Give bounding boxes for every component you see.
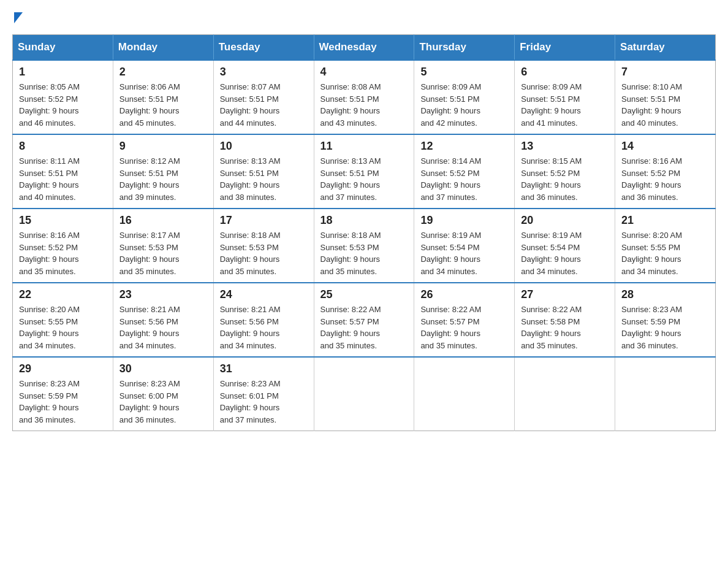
day-number: 24: [220, 288, 308, 301]
col-saturday: Saturday: [615, 35, 716, 61]
calendar-cell: 14 Sunrise: 8:16 AMSunset: 5:52 PMDaylig…: [615, 134, 716, 209]
day-number: 12: [420, 140, 508, 153]
day-number: 9: [119, 140, 207, 153]
calendar-cell: 11 Sunrise: 8:13 AMSunset: 5:51 PMDaylig…: [314, 134, 414, 209]
day-number: 11: [320, 140, 408, 153]
logo-general-text: [12, 12, 23, 22]
calendar-cell: 31 Sunrise: 8:23 AMSunset: 6:01 PMDaylig…: [213, 357, 314, 431]
day-info: Sunrise: 8:07 AMSunset: 5:51 PMDaylight:…: [220, 81, 308, 129]
day-number: 10: [220, 140, 308, 153]
day-info: Sunrise: 8:13 AMSunset: 5:51 PMDaylight:…: [220, 155, 308, 203]
day-number: 4: [320, 66, 408, 79]
day-info: Sunrise: 8:17 AMSunset: 5:53 PMDaylight:…: [119, 229, 207, 277]
day-info: Sunrise: 8:09 AMSunset: 5:51 PMDaylight:…: [420, 81, 508, 129]
calendar-cell: 3 Sunrise: 8:07 AMSunset: 5:51 PMDayligh…: [213, 60, 314, 134]
logo: [12, 12, 23, 22]
calendar-cell: 7 Sunrise: 8:10 AMSunset: 5:51 PMDayligh…: [615, 60, 716, 134]
calendar-cell: 28 Sunrise: 8:23 AMSunset: 5:59 PMDaylig…: [615, 283, 716, 357]
day-number: 3: [220, 66, 308, 79]
calendar-cell: 19 Sunrise: 8:19 AMSunset: 5:54 PMDaylig…: [414, 209, 515, 283]
calendar-week-2: 8 Sunrise: 8:11 AMSunset: 5:51 PMDayligh…: [13, 134, 716, 209]
day-number: 21: [621, 214, 709, 227]
day-number: 8: [19, 140, 107, 153]
day-number: 29: [19, 362, 107, 375]
calendar-cell: 20 Sunrise: 8:19 AMSunset: 5:54 PMDaylig…: [515, 209, 615, 283]
calendar-week-1: 1 Sunrise: 8:05 AMSunset: 5:52 PMDayligh…: [13, 60, 716, 134]
col-monday: Monday: [113, 35, 213, 61]
day-number: 15: [19, 214, 107, 227]
day-number: 22: [19, 288, 107, 301]
day-info: Sunrise: 8:21 AMSunset: 5:56 PMDaylight:…: [220, 304, 308, 351]
day-number: 23: [119, 288, 207, 301]
calendar-cell: 25 Sunrise: 8:22 AMSunset: 5:57 PMDaylig…: [314, 283, 414, 357]
day-number: 1: [19, 66, 107, 79]
day-number: 20: [521, 214, 609, 227]
calendar-cell: 6 Sunrise: 8:09 AMSunset: 5:51 PMDayligh…: [515, 60, 615, 134]
day-number: 30: [119, 362, 207, 375]
day-info: Sunrise: 8:19 AMSunset: 5:54 PMDaylight:…: [420, 229, 508, 277]
day-info: Sunrise: 8:23 AMSunset: 6:00 PMDaylight:…: [119, 378, 207, 426]
day-number: 27: [521, 288, 609, 301]
calendar-cell: 22 Sunrise: 8:20 AMSunset: 5:55 PMDaylig…: [13, 283, 113, 357]
page-header: [12, 12, 716, 22]
calendar-cell: 27 Sunrise: 8:22 AMSunset: 5:58 PMDaylig…: [515, 283, 615, 357]
day-number: 18: [320, 214, 408, 227]
day-number: 13: [521, 140, 609, 153]
day-info: Sunrise: 8:13 AMSunset: 5:51 PMDaylight:…: [320, 155, 408, 203]
day-number: 26: [420, 288, 508, 301]
day-number: 28: [621, 288, 709, 301]
day-info: Sunrise: 8:20 AMSunset: 5:55 PMDaylight:…: [19, 304, 107, 351]
calendar-header: Sunday Monday Tuesday Wednesday Thursday…: [13, 35, 716, 61]
calendar-cell: [414, 357, 515, 431]
day-number: 17: [220, 214, 308, 227]
calendar-cell: 18 Sunrise: 8:18 AMSunset: 5:53 PMDaylig…: [314, 209, 414, 283]
calendar-week-3: 15 Sunrise: 8:16 AMSunset: 5:52 PMDaylig…: [13, 209, 716, 283]
calendar-cell: 12 Sunrise: 8:14 AMSunset: 5:52 PMDaylig…: [414, 134, 515, 209]
calendar-cell: 29 Sunrise: 8:23 AMSunset: 5:59 PMDaylig…: [13, 357, 113, 431]
calendar-week-5: 29 Sunrise: 8:23 AMSunset: 5:59 PMDaylig…: [13, 357, 716, 431]
day-info: Sunrise: 8:09 AMSunset: 5:51 PMDaylight:…: [521, 81, 609, 129]
calendar-table: Sunday Monday Tuesday Wednesday Thursday…: [12, 34, 716, 431]
col-friday: Friday: [515, 35, 615, 61]
calendar-cell: 2 Sunrise: 8:06 AMSunset: 5:51 PMDayligh…: [113, 60, 213, 134]
day-info: Sunrise: 8:18 AMSunset: 5:53 PMDaylight:…: [320, 229, 408, 277]
day-info: Sunrise: 8:19 AMSunset: 5:54 PMDaylight:…: [521, 229, 609, 277]
day-info: Sunrise: 8:06 AMSunset: 5:51 PMDaylight:…: [119, 81, 207, 129]
calendar-cell: [515, 357, 615, 431]
day-info: Sunrise: 8:20 AMSunset: 5:55 PMDaylight:…: [621, 229, 709, 277]
day-number: 2: [119, 66, 207, 79]
day-info: Sunrise: 8:11 AMSunset: 5:51 PMDaylight:…: [19, 155, 107, 203]
calendar-cell: 8 Sunrise: 8:11 AMSunset: 5:51 PMDayligh…: [13, 134, 113, 209]
day-info: Sunrise: 8:22 AMSunset: 5:57 PMDaylight:…: [420, 304, 508, 351]
col-thursday: Thursday: [414, 35, 515, 61]
day-info: Sunrise: 8:22 AMSunset: 5:58 PMDaylight:…: [521, 304, 609, 351]
day-number: 19: [420, 214, 508, 227]
col-sunday: Sunday: [13, 35, 113, 61]
day-info: Sunrise: 8:16 AMSunset: 5:52 PMDaylight:…: [621, 155, 709, 203]
calendar-cell: [615, 357, 716, 431]
day-number: 25: [320, 288, 408, 301]
calendar-cell: 23 Sunrise: 8:21 AMSunset: 5:56 PMDaylig…: [113, 283, 213, 357]
day-info: Sunrise: 8:22 AMSunset: 5:57 PMDaylight:…: [320, 304, 408, 351]
header-row: Sunday Monday Tuesday Wednesday Thursday…: [13, 35, 716, 61]
col-tuesday: Tuesday: [213, 35, 314, 61]
day-info: Sunrise: 8:23 AMSunset: 5:59 PMDaylight:…: [19, 378, 107, 426]
calendar-cell: 30 Sunrise: 8:23 AMSunset: 6:00 PMDaylig…: [113, 357, 213, 431]
day-number: 16: [119, 214, 207, 227]
day-number: 5: [420, 66, 508, 79]
logo-triangle-icon: [14, 12, 23, 23]
calendar-cell: 24 Sunrise: 8:21 AMSunset: 5:56 PMDaylig…: [213, 283, 314, 357]
day-info: Sunrise: 8:16 AMSunset: 5:52 PMDaylight:…: [19, 229, 107, 277]
col-wednesday: Wednesday: [314, 35, 414, 61]
calendar-cell: 9 Sunrise: 8:12 AMSunset: 5:51 PMDayligh…: [113, 134, 213, 209]
calendar-week-4: 22 Sunrise: 8:20 AMSunset: 5:55 PMDaylig…: [13, 283, 716, 357]
day-info: Sunrise: 8:15 AMSunset: 5:52 PMDaylight:…: [521, 155, 609, 203]
calendar-body: 1 Sunrise: 8:05 AMSunset: 5:52 PMDayligh…: [13, 60, 716, 431]
day-info: Sunrise: 8:18 AMSunset: 5:53 PMDaylight:…: [220, 229, 308, 277]
calendar-cell: 5 Sunrise: 8:09 AMSunset: 5:51 PMDayligh…: [414, 60, 515, 134]
calendar-cell: 10 Sunrise: 8:13 AMSunset: 5:51 PMDaylig…: [213, 134, 314, 209]
day-info: Sunrise: 8:23 AMSunset: 5:59 PMDaylight:…: [621, 304, 709, 351]
calendar-cell: 1 Sunrise: 8:05 AMSunset: 5:52 PMDayligh…: [13, 60, 113, 134]
calendar-cell: 16 Sunrise: 8:17 AMSunset: 5:53 PMDaylig…: [113, 209, 213, 283]
calendar-cell: 13 Sunrise: 8:15 AMSunset: 5:52 PMDaylig…: [515, 134, 615, 209]
